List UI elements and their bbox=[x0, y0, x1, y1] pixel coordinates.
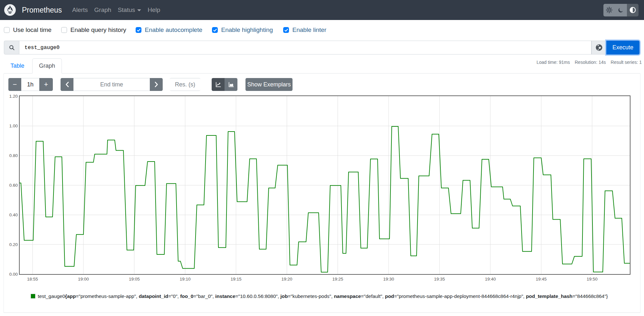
svg-text:19:15: 19:15 bbox=[231, 277, 242, 281]
svg-text:0.40: 0.40 bbox=[9, 212, 18, 217]
svg-text:19:20: 19:20 bbox=[282, 277, 293, 281]
svg-text:1.20: 1.20 bbox=[9, 94, 18, 99]
svg-text:19:50: 19:50 bbox=[587, 277, 598, 281]
svg-text:0.20: 0.20 bbox=[9, 242, 18, 247]
svg-text:19:10: 19:10 bbox=[180, 277, 191, 281]
svg-text:19:05: 19:05 bbox=[129, 277, 140, 281]
svg-text:0.00: 0.00 bbox=[9, 272, 18, 277]
svg-text:19:45: 19:45 bbox=[536, 277, 547, 281]
svg-text:19:00: 19:00 bbox=[78, 277, 89, 281]
svg-text:19:30: 19:30 bbox=[383, 277, 394, 281]
svg-text:19:35: 19:35 bbox=[434, 277, 445, 281]
svg-text:1.00: 1.00 bbox=[9, 123, 18, 128]
svg-text:18:55: 18:55 bbox=[27, 277, 38, 281]
svg-text:0.60: 0.60 bbox=[9, 183, 18, 188]
svg-text:0.80: 0.80 bbox=[9, 153, 18, 158]
svg-text:19:25: 19:25 bbox=[332, 277, 343, 281]
svg-text:19:40: 19:40 bbox=[485, 277, 496, 281]
